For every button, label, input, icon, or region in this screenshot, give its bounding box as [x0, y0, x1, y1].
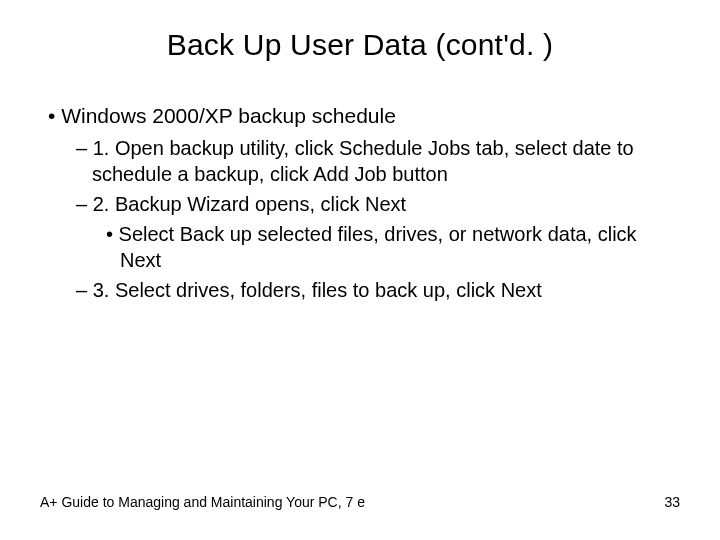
level2-step1-text: 1. Open backup utility, click Schedule J…	[92, 137, 634, 185]
footer-left: A+ Guide to Managing and Maintaining You…	[40, 494, 365, 510]
bullet-level1: Windows 2000/XP backup schedule	[40, 102, 680, 129]
level2-step2-text: 2. Backup Wizard opens, click Next	[93, 193, 406, 215]
bullet-level2-step1: 1. Open backup utility, click Schedule J…	[40, 135, 680, 187]
bullet-level2-step3: 3. Select drives, folders, files to back…	[40, 277, 680, 303]
slide-content: Windows 2000/XP backup schedule 1. Open …	[40, 102, 680, 303]
footer-page-number: 33	[664, 494, 680, 510]
level3-text: Select Back up selected files, drives, o…	[119, 223, 637, 271]
level2-step3-text: 3. Select drives, folders, files to back…	[93, 279, 542, 301]
slide-title: Back Up User Data (cont'd. )	[40, 28, 680, 62]
slide-footer: A+ Guide to Managing and Maintaining You…	[40, 494, 680, 510]
bullet-level2-step2: 2. Backup Wizard opens, click Next	[40, 191, 680, 217]
slide-container: Back Up User Data (cont'd. ) Windows 200…	[0, 0, 720, 540]
bullet-level3: Select Back up selected files, drives, o…	[40, 221, 680, 273]
level1-text: Windows 2000/XP backup schedule	[61, 104, 396, 127]
